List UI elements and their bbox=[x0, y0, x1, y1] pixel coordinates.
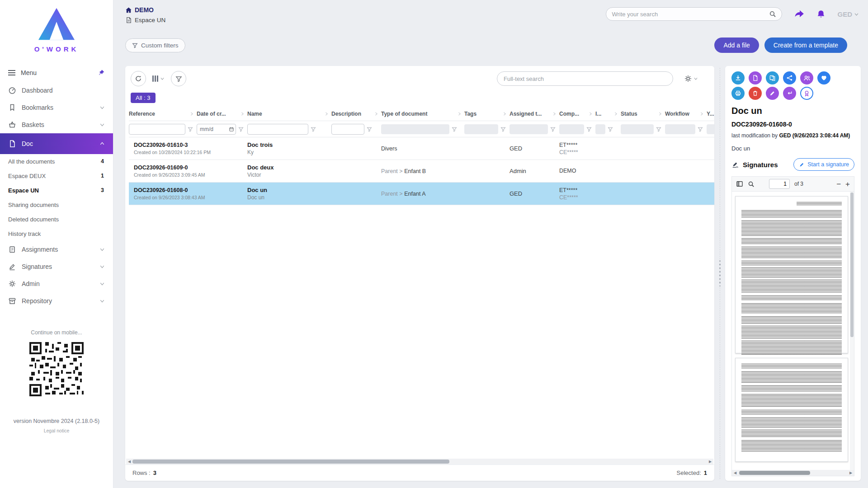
custom-filters-button[interactable]: Custom filters bbox=[125, 38, 185, 52]
refresh-button[interactable] bbox=[131, 71, 146, 86]
user-menu[interactable]: GED bbox=[837, 10, 859, 18]
sidebar-item-assignments[interactable]: Assignments bbox=[0, 241, 113, 258]
export-file-button[interactable] bbox=[749, 71, 762, 84]
funnel-icon[interactable] bbox=[698, 127, 703, 132]
column-header[interactable]: Comp... bbox=[559, 107, 595, 121]
column-header[interactable]: Workflow bbox=[665, 107, 707, 121]
filter-reference-input[interactable] bbox=[129, 124, 185, 135]
table-row[interactable]: DOC230926-01609-0 Created on 9/26/2023 3… bbox=[129, 160, 714, 183]
sidebar-item-admin[interactable]: Admin bbox=[0, 275, 113, 292]
sidebar-item-history-track[interactable]: History track bbox=[0, 226, 113, 241]
add-file-button[interactable]: Add a file bbox=[714, 38, 759, 53]
column-header[interactable]: Date of cr... bbox=[197, 107, 247, 121]
funnel-icon[interactable] bbox=[550, 127, 556, 132]
breadcrumb-workspace[interactable]: DEMO bbox=[125, 6, 165, 14]
sidebar-item-all-the-documents[interactable]: All the documents 4 bbox=[0, 154, 113, 169]
scrollbar-thumb[interactable] bbox=[850, 192, 854, 337]
panel-resizer[interactable] bbox=[714, 66, 725, 481]
calendar-icon[interactable] bbox=[229, 127, 234, 132]
funnel-icon[interactable] bbox=[238, 127, 244, 132]
filter-assigned-input[interactable] bbox=[509, 124, 548, 134]
funnel-icon[interactable] bbox=[500, 127, 506, 132]
sidebar-item-doc[interactable]: Doc bbox=[0, 133, 113, 154]
sidebar-item-deleted-documents[interactable]: Deleted documents bbox=[0, 212, 113, 226]
filter-tags-input[interactable] bbox=[464, 124, 498, 134]
pin-icon[interactable] bbox=[98, 69, 105, 76]
funnel-icon[interactable] bbox=[311, 127, 316, 132]
app-logo[interactable]: O'WORK bbox=[0, 0, 113, 53]
column-header[interactable]: Tags bbox=[464, 107, 509, 121]
column-header[interactable]: Y... bbox=[707, 107, 714, 121]
share-document-button[interactable] bbox=[783, 71, 796, 84]
favorite-button[interactable] bbox=[817, 71, 830, 84]
checkin-button[interactable] bbox=[783, 87, 796, 100]
filter-workflow-input[interactable] bbox=[665, 124, 695, 134]
filter-status-input[interactable] bbox=[621, 124, 654, 134]
column-header[interactable]: Type of document bbox=[381, 107, 464, 121]
column-header[interactable]: I... bbox=[595, 107, 621, 121]
zoom-in-button[interactable]: + bbox=[845, 180, 850, 188]
filter-button[interactable] bbox=[171, 71, 186, 86]
edit-button[interactable] bbox=[766, 87, 779, 100]
sidebar-item-sharing-documents[interactable]: Sharing documents bbox=[0, 197, 113, 212]
table-settings-button[interactable] bbox=[684, 75, 698, 83]
duplicate-button[interactable] bbox=[766, 71, 779, 84]
sidebar-item-repository[interactable]: Repository bbox=[0, 292, 113, 310]
sidebar-item-signatures[interactable]: Signatures bbox=[0, 258, 113, 275]
filter-i-input[interactable] bbox=[595, 124, 605, 134]
column-header[interactable]: Reference bbox=[129, 107, 197, 121]
zoom-out-button[interactable]: − bbox=[836, 180, 841, 188]
column-header[interactable]: Status bbox=[621, 107, 665, 121]
column-header[interactable]: Name bbox=[247, 107, 331, 121]
scroll-left-arrow[interactable]: ◀ bbox=[126, 459, 132, 465]
search-icon[interactable] bbox=[769, 10, 776, 18]
share-users-button[interactable] bbox=[800, 71, 813, 84]
table-row-selected[interactable]: PDF DOC230926-01608-0 Created on 9/26/20… bbox=[129, 183, 714, 205]
notifications-button[interactable] bbox=[816, 9, 826, 19]
legal-notice-link[interactable]: Legal notice bbox=[0, 428, 113, 433]
table-horizontal-scrollbar[interactable]: ◀ ▶ bbox=[126, 459, 713, 465]
download-button[interactable] bbox=[731, 71, 745, 84]
filter-description-input[interactable] bbox=[331, 124, 364, 135]
columns-button[interactable] bbox=[151, 75, 166, 82]
delete-button[interactable] bbox=[749, 87, 762, 100]
viewer-search-button[interactable] bbox=[748, 181, 755, 188]
scrollbar-thumb[interactable] bbox=[739, 471, 810, 475]
create-template-button[interactable]: Create from a template bbox=[764, 38, 847, 53]
scroll-right-arrow[interactable]: ▶ bbox=[848, 470, 854, 476]
global-search-input[interactable] bbox=[612, 11, 769, 18]
scroll-right-arrow[interactable]: ▶ bbox=[707, 459, 713, 465]
filter-company-input[interactable] bbox=[559, 124, 584, 134]
column-header[interactable]: Description bbox=[331, 107, 381, 121]
column-header[interactable]: Assigned t... bbox=[509, 107, 559, 121]
scroll-left-arrow[interactable]: ◀ bbox=[732, 470, 738, 476]
sidebar-item-espace-un[interactable]: Espace UN 3 bbox=[0, 183, 113, 197]
filter-type-input[interactable] bbox=[381, 124, 449, 134]
viewer-sidebar-toggle[interactable] bbox=[736, 180, 743, 188]
fulltext-search-input[interactable] bbox=[497, 71, 673, 86]
table-row[interactable]: PDF DOC230926-01610-3 Created on 10/28/2… bbox=[129, 137, 714, 160]
resize-grip[interactable] bbox=[719, 260, 721, 286]
funnel-icon[interactable] bbox=[656, 127, 661, 132]
start-signature-button[interactable]: Start a signature bbox=[793, 158, 854, 171]
funnel-icon[interactable] bbox=[188, 127, 193, 132]
page-number-input[interactable] bbox=[769, 179, 790, 189]
sidebar-item-bookmarks[interactable]: Bookmarks bbox=[0, 99, 113, 116]
sidebar-item-dashboard[interactable]: Dashboard bbox=[0, 82, 113, 99]
viewer-horizontal-scrollbar[interactable]: ◀ ▶ bbox=[732, 470, 854, 476]
funnel-icon[interactable] bbox=[586, 127, 592, 132]
sidebar-item-espace-deux[interactable]: Espace DEUX 1 bbox=[0, 169, 113, 183]
sidebar-menu-toggle[interactable]: Menu bbox=[0, 64, 113, 82]
sidebar-item-baskets[interactable]: Baskets bbox=[0, 116, 113, 133]
filter-name-input[interactable] bbox=[247, 124, 308, 135]
scrollbar-thumb[interactable] bbox=[132, 460, 449, 464]
funnel-icon[interactable] bbox=[452, 127, 457, 132]
certificate-button[interactable] bbox=[800, 87, 813, 100]
print-button[interactable] bbox=[731, 87, 745, 100]
funnel-icon[interactable] bbox=[608, 127, 613, 132]
viewer-vertical-scrollbar[interactable] bbox=[850, 192, 854, 470]
tab-all[interactable]: All : 3 bbox=[131, 93, 156, 103]
funnel-icon[interactable] bbox=[367, 127, 372, 132]
filter-y-input[interactable] bbox=[707, 124, 714, 134]
share-button[interactable] bbox=[794, 9, 805, 19]
